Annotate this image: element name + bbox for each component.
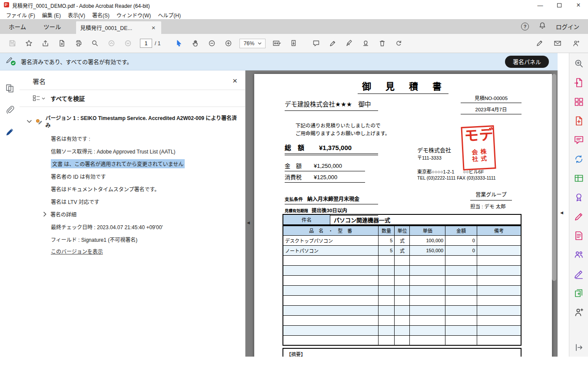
chevron-down-icon [27,120,32,124]
subject-label: 件名 [283,215,330,224]
pdf-page: 御 見 積 書 見積NO-00005 2023年4月7日 デモ建設株式会社★★★… [254,74,552,357]
signature-panel-button[interactable]: 署名パネル [505,56,549,68]
send-review-icon[interactable] [573,249,585,260]
validate-all-button[interactable]: すべてを検証 [50,94,85,103]
table-row: ノートパソコン 5 式 150,000 0 [283,245,521,255]
panel-close-icon[interactable]: × [233,76,237,86]
add-signer-icon[interactable] [573,306,585,318]
select-tool-icon[interactable] [172,37,186,50]
table-row-empty [283,255,521,265]
tab-close-icon[interactable]: × [150,24,157,31]
table-row-empty [283,295,521,305]
organize-pages-icon[interactable] [573,96,585,107]
window-title: 見積発行_0001_DEMO.pdf - Adobe Acrobat Reade… [12,2,150,9]
page-export-icon[interactable] [55,37,69,50]
signature-status: 署名はドキュメントタイムスタンプ署名です。 [51,183,239,195]
create-copy-icon[interactable] [573,287,585,299]
signature-status: 信頼ソース取得元 : Adobe Approved Trust List (AA… [51,145,239,157]
share-icon[interactable] [38,37,52,50]
menu-file[interactable]: ファイル (F) [3,10,39,19]
table-row-empty [283,305,521,315]
zoom-in-icon[interactable] [221,37,235,50]
search-icon[interactable] [88,37,102,50]
certificates-icon[interactable] [573,191,585,203]
bell-icon[interactable] [538,22,546,31]
signature-status-selected: 文書 は、この署名が適用されてから変更されていません [51,157,239,170]
payment-terms-row: 支払条件納入月末締翌月末現金 [285,195,378,204]
menu-view[interactable]: 表示(V) [64,10,89,19]
table-row-empty [283,315,521,325]
issuer-tel-fax: TEL (03)2222-1111 FAX (03)3333-1111 [417,175,496,180]
email-icon[interactable] [551,37,565,50]
signatures-panel-icon[interactable] [4,126,16,137]
next-page-icon[interactable] [121,37,135,50]
fit-width-icon[interactable] [270,37,284,50]
page-number-input[interactable] [140,39,152,48]
caret-down-icon [258,42,262,45]
vertical-scrollbar[interactable] [551,70,557,357]
close-button[interactable]: × [569,0,588,10]
scrollbar-thumb[interactable] [552,74,556,281]
comment-icon[interactable] [309,37,323,50]
collapse-rail-icon[interactable] [573,341,585,353]
save-icon[interactable] [5,37,19,50]
edit-pdf-icon[interactable] [573,230,585,241]
page-count-label: / 1 [155,40,160,47]
subject-row: 件名 パソコン関連機器一式 [282,214,522,225]
previous-page-icon[interactable] [104,37,118,50]
menu-sign[interactable]: 署名(S) [89,10,113,19]
signature-details-row[interactable]: 署名の詳細 [43,208,239,220]
request-signatures-icon[interactable] [573,268,585,280]
tab-home[interactable]: ホーム [0,19,35,34]
export-pdf-icon[interactable] [573,77,585,88]
menu-window[interactable]: ウィンドウ(W) [113,10,154,19]
tab-document[interactable]: 見積発行_0001_DE... × [76,21,161,34]
toolbar: / 1 76% [0,34,588,53]
login-button[interactable]: ログイン [556,22,579,31]
highlight-icon[interactable] [326,37,339,50]
combine-files-icon[interactable] [573,172,585,184]
search-tools-icon[interactable] [573,57,585,69]
maximize-button[interactable] [550,0,569,10]
attachments-icon[interactable] [4,104,16,116]
last-checked-text: 最終チェック日時 : 2023.04.07 21:45:40 +09'00' [51,220,239,233]
signature-status: 署名は LTV 対応です [51,195,239,208]
scroll-mode-icon[interactable] [286,37,300,50]
fill-sign-icon[interactable] [573,210,585,222]
collapse-right-panel-icon[interactable]: ◀ [560,210,563,215]
comment-tool-icon[interactable] [573,134,585,146]
signature-version-row[interactable]: バージョン 1 : SEIKO Timestamp Service. Accre… [27,114,239,129]
print-icon[interactable] [71,37,85,50]
signature-status: 署名者の ID は有効です [51,170,239,183]
issuer-postal-code: 〒111-3333 [417,154,442,161]
tab-document-label: 見積発行_0001_DE... [80,23,150,32]
minimize-button[interactable]: — [531,0,550,10]
ink-sign-icon[interactable] [342,37,356,50]
menu-edit[interactable]: 編集 (E) [39,10,64,19]
company-seal-stamp: デモ 株式会社 [461,125,496,170]
left-navigation-strip [0,70,20,357]
pen-tool-icon[interactable] [532,37,546,50]
favorite-star-icon[interactable] [22,37,36,50]
validate-options-icon[interactable] [33,95,45,102]
signature-version-label: バージョン 1 : SEIKO Timestamp Service. Accre… [46,114,239,129]
remarks-label: 【摘要】 [286,352,306,357]
collapse-left-panel-icon[interactable]: ◀ [246,217,251,229]
rotate-icon[interactable] [392,37,405,50]
zoom-out-icon[interactable] [205,37,219,50]
delete-icon[interactable] [375,37,389,50]
tab-tools[interactable]: ツール [35,19,70,34]
stamp-icon[interactable] [359,37,372,50]
add-user-icon[interactable] [569,37,583,50]
title-bar: 見積発行_0001_DEMO.pdf - Adobe Acrobat Reade… [0,0,588,10]
page-thumbnails-icon[interactable] [4,83,16,94]
create-pdf-icon[interactable] [573,115,585,127]
zoom-level-select[interactable]: 76% [239,39,266,48]
convert-pdf-icon[interactable] [573,153,585,165]
hand-tool-icon[interactable] [188,37,202,50]
menu-help[interactable]: ヘルプ(H) [154,10,184,19]
show-version-link[interactable]: このバージョンを表示 [51,247,103,255]
greeting-line: ご用命賜りますようお願い申し上げます。 [296,130,390,137]
signature-badge-icon [35,118,43,125]
help-icon[interactable]: ? [521,23,529,30]
